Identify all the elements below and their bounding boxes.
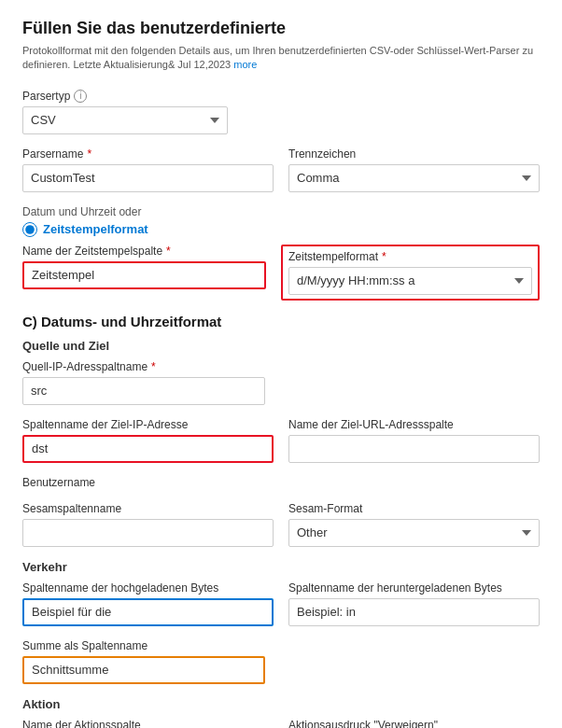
timestamp-radio[interactable] (22, 222, 37, 237)
download-col: Spaltenname der heruntergeladenen Bytes (288, 581, 540, 626)
parser-name-separator-row: Parsername * Trennzeichen Comma Semicolo… (22, 147, 540, 192)
dst-ip-col: Spaltenname der Ziel-IP-Adresse (22, 418, 274, 463)
action-deny-label: Aktionsausdruck "Verweigern" (288, 719, 540, 728)
page-title: Füllen Sie das benutzerdefinierte (22, 19, 540, 38)
timestamp-col-label: Name der Zeitstempelspalte * (22, 245, 266, 258)
sesam-format-select[interactable]: Other SHA256 MD5 (288, 519, 540, 547)
action-row: Name der Aktionsspalte Aktionsausdruck "… (22, 719, 540, 728)
parser-type-label: Parsertyp i (22, 90, 540, 103)
upload-input[interactable] (22, 598, 274, 626)
dst-url-input[interactable] (288, 435, 540, 463)
timestamp-radio-label: Zeitstempelformat (43, 222, 148, 236)
dst-ip-input[interactable] (22, 435, 274, 463)
timestamp-fields-row: Name der Zeitstempelspalte * Zeitstempel… (22, 245, 540, 301)
username-section: Benutzername (22, 476, 540, 489)
parser-type-section: Parsertyp i CSV Key-Value (22, 90, 540, 134)
traffic-row: Spaltenname der hochgeladenen Bytes Spal… (22, 581, 540, 626)
download-input[interactable] (288, 598, 540, 626)
parser-name-col: Parsername * (22, 147, 274, 192)
upload-label: Spaltenname der hochgeladenen Bytes (22, 581, 274, 595)
sum-label: Summe als Spaltenname (22, 639, 540, 652)
src-ip-section: Quell-IP-Adresspaltname * (22, 360, 540, 405)
src-ip-label: Quell-IP-Adresspaltname * (22, 360, 540, 373)
date-time-format-heading: C) Datums- und Uhrzeitformat (22, 314, 540, 329)
datetime-section: Datum und Uhrzeit oder Zeitstempelformat… (22, 205, 540, 301)
datetime-label: Datum und Uhrzeit oder (22, 205, 540, 218)
timestamp-format-col: Zeitstempelformat * d/M/yyyy HH:mm:ss a … (281, 245, 540, 301)
action-heading: Aktion (22, 697, 540, 711)
date-time-format-section: C) Datums- und Uhrzeitformat Quelle und … (22, 314, 540, 728)
timestamp-radio-group: Zeitstempelformat (22, 222, 540, 237)
dst-row: Spaltenname der Ziel-IP-Adresse Name der… (22, 418, 540, 463)
sum-input[interactable] (22, 656, 265, 684)
sum-section: Summe als Spaltenname (22, 639, 540, 684)
parser-type-info-icon[interactable]: i (74, 90, 87, 103)
parser-name-label: Parsername * (22, 147, 274, 161)
timestamp-format-label: Zeitstempelformat * (288, 250, 532, 263)
dst-url-col: Name der Ziel-URL-Adressspalte (288, 418, 540, 463)
sesam-format-label: Sesam-Format (288, 502, 540, 515)
sesam-row: Sesamspaltenname Sesam-Format Other SHA2… (22, 502, 540, 547)
separator-label: Trennzeichen (288, 147, 540, 161)
sesam-format-col: Sesam-Format Other SHA256 MD5 (288, 502, 540, 547)
username-label: Benutzername (22, 476, 540, 489)
action-col-col: Name der Aktionsspalte (22, 719, 274, 728)
action-deny-col: Aktionsausdruck "Verweigern" (288, 719, 540, 728)
more-link[interactable]: more (233, 59, 257, 70)
dst-ip-label: Spaltenname der Ziel-IP-Adresse (22, 418, 274, 431)
parser-name-required: * (87, 147, 91, 161)
parser-type-select[interactable]: CSV Key-Value (22, 106, 228, 134)
action-col-label: Name der Aktionsspalte (22, 719, 274, 728)
page-subtitle: Protokollformat mit den folgenden Detail… (22, 44, 540, 73)
separator-col: Trennzeichen Comma Semicolon Tab (288, 147, 540, 192)
source-dest-heading: Quelle und Ziel (22, 339, 540, 353)
download-label: Spaltenname der heruntergeladenen Bytes (288, 581, 540, 595)
sesam-col-label: Sesamspaltenname (22, 502, 274, 515)
traffic-heading: Verkehr (22, 560, 540, 574)
timestamp-col-input[interactable] (22, 261, 266, 289)
timestamp-format-select[interactable]: d/M/yyyy HH:mm:ss a yyyy-MM-dd HH:mm:ss … (288, 267, 532, 295)
parser-name-input[interactable] (22, 164, 274, 192)
src-ip-input[interactable] (22, 377, 265, 405)
sesam-col-input[interactable] (22, 519, 274, 547)
timestamp-col-name-col: Name der Zeitstempelspalte * (22, 245, 266, 301)
sesam-col-col: Sesamspaltenname (22, 502, 274, 547)
separator-select[interactable]: Comma Semicolon Tab (288, 164, 540, 192)
dst-url-label: Name der Ziel-URL-Adressspalte (288, 418, 540, 431)
upload-col: Spaltenname der hochgeladenen Bytes (22, 581, 274, 626)
